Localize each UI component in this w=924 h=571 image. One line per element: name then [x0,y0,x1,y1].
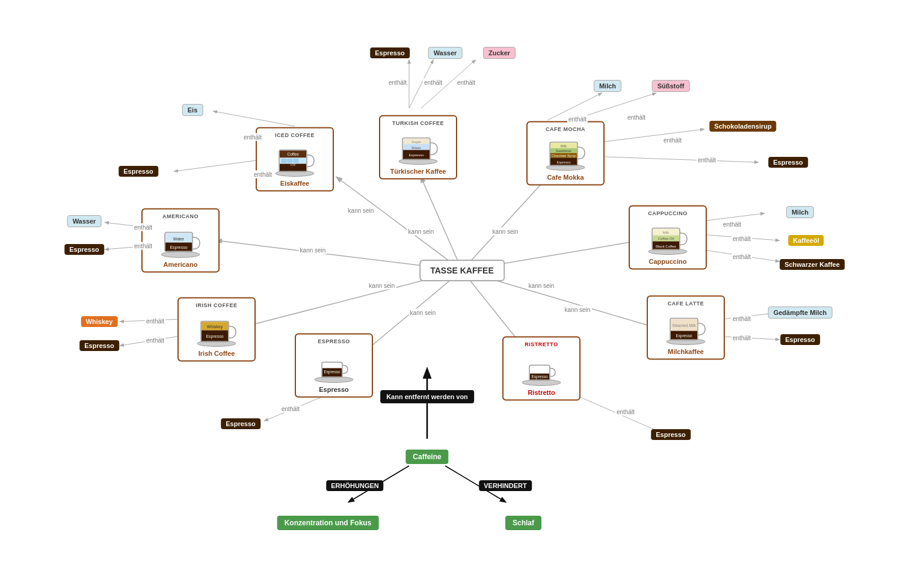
iced-title: ICED COFFEE [260,132,329,138]
ingredient-suessstoff: Süßstoff [652,80,690,92]
edge-enthaelt-blk: enthält [732,253,752,261]
edge-kann-sein-7: kann sein [528,282,556,290]
ingredient-espresso-mocha: Espresso [768,157,808,168]
cafe-mocha-card: CAFE MOCHA Milk Sweetener Chocolate Syru… [526,121,605,186]
schlaf-node: Schlaf [505,516,541,530]
svg-text:Steamed Milk: Steamed Milk [672,323,696,328]
edge-kann-sein-2: kann sein [347,207,375,215]
edge-enthaelt-esp-latte: enthält [732,334,752,342]
ingredient-espresso-iced: Espresso [119,166,158,177]
ingredient-espresso-ristretto: Espresso [651,429,691,440]
svg-text:Black Coffee: Black Coffee [656,245,677,248]
ingredient-espresso-americano: Espresso [64,244,104,255]
edge-enthaelt-esp-ris: enthält [615,408,636,416]
turkish-subtitle: Türkischer Kaffee [384,168,452,175]
edge-enthaelt-esp-bot: enthält [280,405,301,413]
svg-rect-42 [282,159,286,163]
irish-subtitle: Irish Coffee [182,350,251,357]
edge-enthaelt-wasser-a: enthält [133,224,153,231]
svg-line-10 [214,111,295,126]
iced-coffee-card: ICED COFFEE Coffee Ice Eiskaffee [256,127,334,192]
edge-enthaelt-esp: enthält [387,79,408,87]
iced-subtitle: Eiskaffee [260,180,329,187]
latte-title: CAFE LATTE [651,301,720,307]
konzentration-node: Konzentration und Fokus [277,516,379,530]
ingredient-gedaempfte-milch: Gedämpfte Milch [768,307,833,319]
americano-title: AMERICANO [146,213,215,219]
ingredient-espresso-bottom-left: Espresso [221,418,260,429]
svg-text:Espresso: Espresso [557,160,571,164]
mocha-subtitle: Cafe Mokka [531,174,600,181]
cappuccino-subtitle: Cappuccino [633,258,702,265]
edge-enthaelt-zucker: enthält [456,79,476,87]
svg-line-2 [421,177,462,270]
edge-enthaelt-gdm: enthält [732,315,752,323]
svg-text:Water: Water [411,146,421,150]
svg-text:Milk: Milk [561,144,567,148]
edge-enthaelt-esp-a: enthält [133,242,153,250]
ingredient-schokoladensirup: Schokoladensirup [709,121,776,132]
edge-enthaelt-1: enthält [253,171,273,179]
ristretto-subtitle: Ristretto [507,389,576,396]
ingredient-espresso-irish: Espresso [79,340,119,351]
ristretto-card: RISTRETTO Espresso Ristretto [502,337,581,401]
ingredient-kaffeoel: Kaffeeöl [788,235,824,246]
svg-line-1 [337,177,462,270]
svg-text:Espresso: Espresso [531,374,547,379]
edge-kann-sein-4: kann sein [491,228,520,236]
svg-text:Espresso: Espresso [408,153,424,157]
ingredient-milch-mocha: Milch [594,80,621,92]
edge-enthaelt-whiskey: enthält [145,317,165,325]
svg-text:Espresso: Espresso [324,370,340,374]
espresso-card-title: ESPRESSO [300,338,368,344]
kann-entfernt-label: Kann entfernt werden von [380,390,474,403]
central-label: TASSE KAFFEE [430,266,494,275]
ingredient-eis: Eis [182,104,203,116]
svg-text:Milk: Milk [663,231,670,234]
ingredient-wasser-turkish: Wasser [428,47,463,59]
edge-enthaelt-schoko: enthält [662,136,683,144]
edge-enthaelt-suess: enthält [626,114,647,121]
svg-text:Espresso: Espresso [170,245,187,250]
svg-text:Sugar: Sugar [411,140,421,144]
ingredient-whiskey: Whiskey [81,316,118,327]
edge-enthaelt-wasser: enthält [423,79,443,87]
svg-text:Chocolate Syrup: Chocolate Syrup [552,154,576,157]
edge-kann-sein-3: kann sein [407,228,436,236]
edge-kann-sein-1: kann sein [299,246,327,254]
turkish-title: TURKISH COFFEE [384,120,452,126]
edge-kann-sein-5: kann sein [368,282,396,290]
turkish-coffee-card: TURKISH COFFEE Sugar Water Espresso Türk… [379,115,457,180]
edge-kann-sein-6: kann sein [409,309,437,317]
cappuccino-card: CAPPUCCINO Milk Coffee Oil Black Coffee … [629,206,707,270]
ingredient-zucker: Zucker [483,47,516,59]
svg-line-9 [174,159,265,171]
svg-text:Coffee: Coffee [287,152,298,156]
ristretto-title: RISTRETTO [507,341,576,347]
erhoehungen-label: ERHÖHUNGEN [326,480,383,491]
central-node: TASSE KAFFEE [419,260,505,281]
edge-enthaelt-milch: enthält [567,115,588,123]
svg-line-17 [590,156,758,162]
edge-enthaelt-esp-irish: enthält [145,337,165,344]
latte-subtitle: Milchkaffee [651,348,720,355]
americano-subtitle: Americano [146,261,215,268]
edge-kann-sein-8: kann sein [564,306,592,314]
svg-text:Ice: Ice [291,162,296,166]
ingredient-schwarzer-kaffee: Schwarzer Kaffee [780,259,845,270]
svg-text:Coffee Oil: Coffee Oil [658,237,674,240]
svg-line-3 [462,177,547,270]
svg-text:Whiskey: Whiskey [207,325,223,329]
irish-coffee-card: IRISH COFFEE Whiskey Espresso Irish Coff… [177,298,256,362]
espresso-card-subtitle: Espresso [300,386,368,393]
svg-text:Sweetener: Sweetener [556,149,571,153]
svg-text:Espresso: Espresso [676,334,692,338]
cappuccino-title: CAPPUCCINO [633,210,702,216]
caffeine-node: Caffeine [405,450,448,464]
mocha-title: CAFE MOCHA [531,126,600,132]
edge-enthaelt-esp-mocha: enthält [697,156,717,164]
ingredient-espresso-turkish: Espresso [370,47,410,58]
edge-enthaelt-eis: enthält [242,133,263,141]
edge-enthaelt-oel: enthält [732,235,752,243]
verhindert-label: VERHINDERT [479,480,532,491]
